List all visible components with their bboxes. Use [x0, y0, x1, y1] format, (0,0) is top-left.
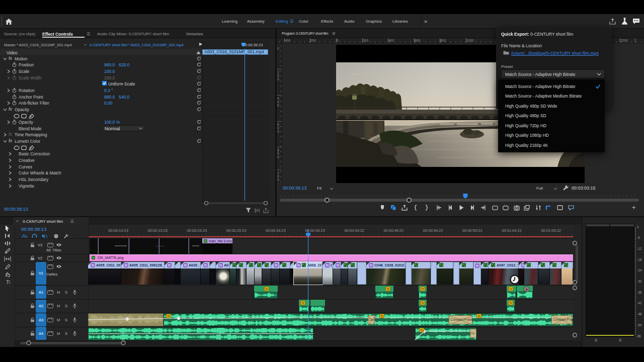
svg-text:T: T — [6, 279, 10, 285]
